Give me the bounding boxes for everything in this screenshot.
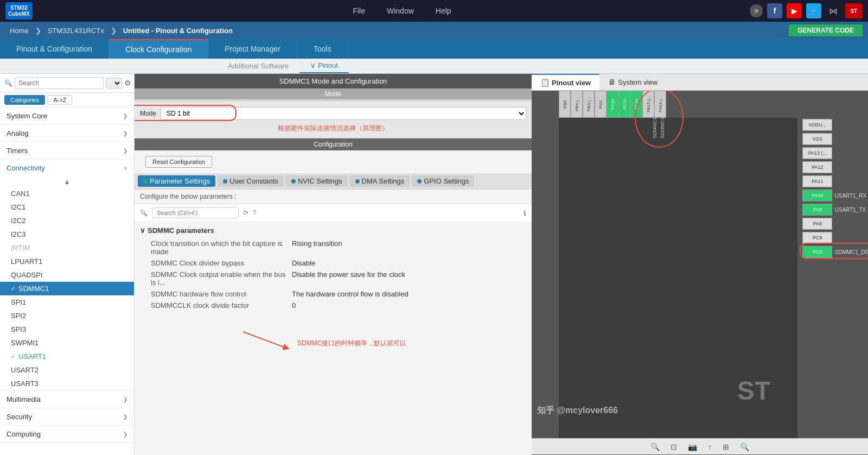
logo-text: STM32CubeMX (8, 5, 30, 17)
pin-box-pc8[interactable]: PC8 (802, 246, 832, 258)
pin-box-pa10[interactable]: PA10 (802, 189, 832, 201)
sidebar-item-usart1[interactable]: ✓ USART1 (0, 350, 134, 363)
pin-box-pa12[interactable]: PA12 (802, 161, 832, 173)
search-select[interactable] (106, 78, 122, 89)
param-tab-user-constants[interactable]: User Constants (218, 175, 284, 187)
menu-window[interactable]: Window (387, 7, 414, 15)
top-pin-pc11[interactable]: PC11 (618, 91, 630, 118)
sidebar-item-i2c1[interactable]: I2C1 (0, 200, 134, 214)
sidebar-item-spi1[interactable]: SPI1 (0, 295, 134, 309)
sidebar-item-i2c2[interactable]: I2C2 (0, 214, 134, 228)
menu-file[interactable]: File (353, 7, 365, 15)
usart3-label: USART3 (11, 380, 39, 388)
generate-code-button[interactable]: GENERATE CODE (789, 24, 863, 36)
breadcrumb-current[interactable]: Untitled - Pinout & Configuration (119, 27, 237, 35)
sub-tab-pinout[interactable]: ∨ Pinout (299, 59, 349, 73)
top-pin-pc10[interactable]: PC10 (630, 91, 642, 118)
logo-box: STM32CubeMX (5, 2, 33, 20)
tab-atoz[interactable]: A->Z (47, 95, 72, 105)
param-tab-parameter-settings[interactable]: Parameter Settings (138, 175, 215, 187)
watermark: 知乎 @mcylover666 (537, 405, 618, 416)
network-icon[interactable]: ⋈ (826, 3, 841, 18)
sidebar-item-i2c3[interactable]: I2C3 (0, 228, 134, 241)
facebook-icon[interactable]: f (767, 3, 782, 18)
param-tab-nvic-settings[interactable]: NVIC Settings (286, 175, 348, 187)
pin-box-pa8[interactable]: PA8 (802, 218, 832, 230)
sidebar-section-security-header[interactable]: Security ❯ (0, 408, 134, 425)
fit-icon[interactable]: ⊡ (671, 443, 677, 451)
param-tab-dma-settings[interactable]: DMA Settings (350, 175, 410, 187)
search-input[interactable] (15, 77, 104, 89)
svg-line-0 (243, 332, 286, 348)
system-icon: 🖥 (608, 78, 616, 86)
gear-button[interactable]: ⚙ (124, 79, 131, 87)
tab-pinout[interactable]: Pinout & Configuration (0, 39, 109, 59)
share-icon[interactable]: ↑ (708, 443, 712, 451)
pin-box-pa11[interactable]: PA11 (802, 175, 832, 187)
sidebar-item-can1[interactable]: CAN1 (0, 187, 134, 200)
pinout-view-tab[interactable]: 📋 Pinout view (532, 74, 599, 90)
sidebar-item-quadspi[interactable]: QUADSPI (0, 268, 134, 282)
breadcrumb-device[interactable]: STM32L431RCTx (43, 27, 108, 35)
top-pin-pd2[interactable]: PD2 (595, 91, 607, 118)
param-tab-gpio-settings[interactable]: GPIO Settings (412, 175, 474, 187)
tab-project[interactable]: Project Manager (208, 39, 297, 59)
top-pin-pb3[interactable]: PB3 (... (583, 91, 595, 118)
grid-icon[interactable]: ⊞ (723, 443, 729, 451)
sidebar-section-timers-header[interactable]: Timers ❯ (0, 142, 134, 159)
breadcrumb-home[interactable]: Home (5, 27, 33, 35)
reset-configuration-button[interactable]: Reset Configuration (145, 156, 212, 168)
tab-categories[interactable]: Categories (4, 95, 45, 105)
pin-box-pa13[interactable]: PA13 (... (802, 147, 832, 159)
top-pin-pc12[interactable]: PC12 (607, 91, 618, 118)
sidebar-item-spi2[interactable]: SPI2 (0, 309, 134, 323)
param-section-title[interactable]: ∨ SDMMC parameters (140, 226, 526, 235)
spi3-label: SPI3 (11, 325, 26, 333)
timers-chevron: ❯ (123, 148, 127, 154)
screenshot-icon[interactable]: 📷 (688, 443, 697, 451)
tab-clock[interactable]: Clock Configuration (109, 39, 208, 59)
zoom-in-icon[interactable]: 🔍 (650, 443, 660, 451)
search-chip-icon[interactable]: 🔍 (740, 443, 749, 451)
param-info-icon[interactable]: ℹ (524, 209, 526, 217)
param-help-icon[interactable]: ? (253, 209, 257, 217)
sidebar-item-sdmmc1[interactable]: ✓ SDMMC1 (0, 282, 134, 295)
pin-box-pc9[interactable]: PC9 (802, 232, 832, 244)
sidebar-section-systemcore-header[interactable]: System Core ❯ (0, 108, 134, 124)
param-refresh-icon[interactable]: ⟳ (243, 209, 248, 217)
top-pin-pb5[interactable]: PB5 (559, 91, 571, 118)
top-pin-pb4[interactable]: PB4 (... (571, 91, 583, 118)
pin-box-pa9[interactable]: PA9 (802, 204, 832, 216)
scroll-up[interactable]: ▲ (0, 176, 134, 187)
param-search-input[interactable] (152, 207, 239, 218)
sidebar-section-computing: Computing ❯ (0, 426, 134, 443)
sidebar-item-usart2[interactable]: USART2 (0, 363, 134, 377)
twitter-icon[interactable]: 🐦 (806, 3, 821, 18)
update-icon[interactable]: ⟳ (750, 4, 763, 17)
tab-tools[interactable]: Tools (297, 39, 348, 59)
sidebar-item-spi3[interactable]: SPI3 (0, 323, 134, 336)
sidebar-item-lpuart1[interactable]: LPUART1 (0, 255, 134, 268)
menu-help[interactable]: Help (436, 7, 451, 15)
computing-chevron: ❯ (123, 431, 127, 437)
sidebar-section-analog-header[interactable]: Analog ❯ (0, 125, 134, 142)
param-row-4: SDMMCCLK clock divide factor 0 (140, 300, 526, 311)
sidebar-section-connectivity-header[interactable]: Connectivity ∨ (0, 160, 134, 176)
sidebar-item-usart3[interactable]: USART3 (0, 377, 134, 390)
youtube-icon[interactable]: ▶ (787, 3, 802, 18)
pin-box-vddu[interactable]: VDDU... (802, 119, 832, 131)
gpio-dot (417, 179, 422, 184)
sidebar-section-multimedia-header[interactable]: Multimedia ❯ (0, 391, 134, 408)
sub-tab-additional[interactable]: Additional Software (217, 59, 299, 73)
connectivity-label: Connectivity (7, 164, 45, 172)
sidebar-section-systemcore: System Core ❯ (0, 108, 134, 125)
sidebar-section-computing-header[interactable]: Computing ❯ (0, 426, 134, 443)
system-view-tab[interactable]: 🖥 System view (599, 74, 666, 90)
security-chevron: ❯ (123, 414, 127, 420)
right-pin-pc8: PC8 SDMMC1_D0 (802, 245, 868, 259)
can1-label: CAN1 (11, 189, 30, 198)
pin-box-vss[interactable]: VSS (802, 133, 832, 145)
sidebar-item-swpmi1[interactable]: SWPMI1 (0, 336, 134, 350)
mode-select[interactable]: SD 1 bit (161, 107, 526, 120)
analog-label: Analog (7, 129, 28, 137)
